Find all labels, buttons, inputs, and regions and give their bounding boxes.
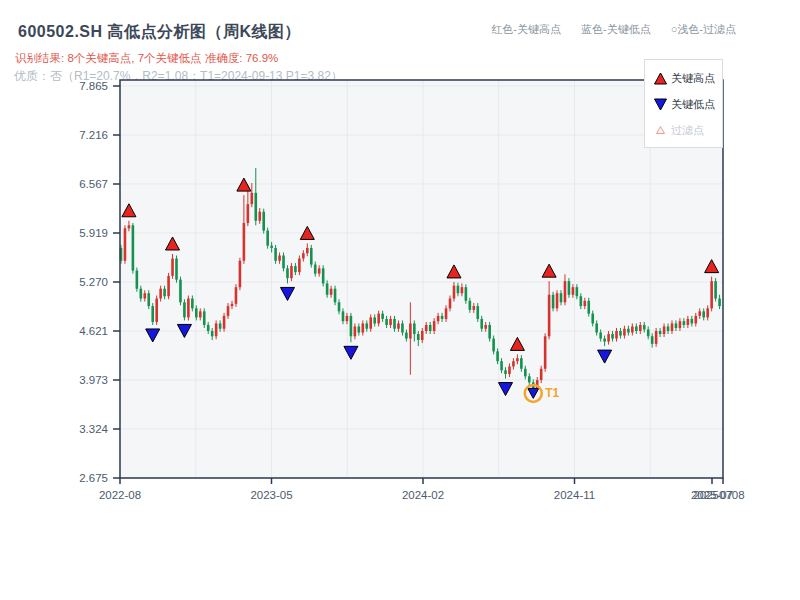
candle-body <box>599 333 602 339</box>
candle-body <box>480 319 483 329</box>
candle-body <box>203 311 206 325</box>
date-axis-label: 2023-05 <box>250 489 292 501</box>
candle-body <box>655 331 658 344</box>
candle-body <box>429 325 432 331</box>
open-triangle-icon <box>651 125 669 135</box>
candle-body <box>572 287 575 295</box>
price-axis-label: 6.567 <box>79 178 108 190</box>
candle-body <box>528 376 531 382</box>
candle-body <box>310 248 313 265</box>
candle-body <box>465 287 468 301</box>
candle-body <box>556 293 559 308</box>
legend-row-filtered: 过滤点 <box>651 117 722 143</box>
candle-body <box>595 323 598 332</box>
candle-body <box>235 287 238 304</box>
candle-body <box>580 296 583 306</box>
candle-body <box>128 225 131 228</box>
legend-row-key-high: 关键高点 <box>651 65 722 91</box>
candle-body <box>544 336 547 368</box>
candle-body <box>132 225 135 270</box>
kline-analysis-page: { "header": { "title": "600502.SH 高低点分析图… <box>0 0 800 600</box>
price-axis-label: 7.865 <box>79 80 108 92</box>
candle-body <box>124 228 127 260</box>
candle-body <box>365 323 368 328</box>
candle-body <box>179 280 182 303</box>
candle-body <box>623 329 626 336</box>
legend-label-key-low: 关键低点 <box>671 97 715 112</box>
candle-body <box>247 204 250 223</box>
candle-body <box>270 246 273 248</box>
legend-row-key-low: 关键低点 <box>651 91 722 117</box>
candle-body <box>231 304 234 306</box>
candle-body <box>397 323 400 328</box>
candle-body <box>322 268 325 283</box>
legend-label-filtered: 过滤点 <box>671 123 704 138</box>
candle-body <box>683 321 686 325</box>
candle-body <box>354 326 357 336</box>
candle-body <box>492 339 495 352</box>
candle-body <box>500 361 503 370</box>
price-axis-label: 3.973 <box>79 374 108 386</box>
candle-body <box>302 253 305 258</box>
price-axis-label: 7.216 <box>79 129 108 141</box>
price-axis-label: 2.675 <box>79 472 108 484</box>
candle-body <box>607 334 610 342</box>
blue-down-triangle-icon <box>651 98 669 111</box>
candle-body <box>151 306 154 322</box>
candle-body <box>136 271 139 289</box>
candle-body <box>239 261 242 287</box>
candle-body <box>266 231 269 246</box>
candle-body <box>687 319 690 325</box>
candle-body <box>140 289 143 299</box>
red-up-triangle-icon <box>651 72 669 85</box>
candle-body <box>472 306 475 310</box>
candle-body <box>504 370 507 374</box>
candle-body <box>167 276 170 296</box>
candle-body <box>314 265 317 274</box>
candle-body <box>183 302 186 317</box>
candle-body <box>278 255 281 260</box>
price-axis-label: 4.621 <box>79 325 108 337</box>
candle-body <box>679 321 682 328</box>
candle-body <box>639 325 642 331</box>
candle-body <box>421 331 424 340</box>
candle-body <box>425 325 428 331</box>
candle-body <box>346 316 349 321</box>
candle-body <box>488 325 491 339</box>
candle-body <box>306 248 309 253</box>
price-axis-label: 3.324 <box>79 423 108 435</box>
candle-body <box>342 311 345 321</box>
candle-body <box>413 323 416 334</box>
candle-body <box>401 323 404 332</box>
candle-body <box>417 334 420 340</box>
candle-body <box>449 299 452 309</box>
candle-body <box>694 316 697 324</box>
candle-body <box>540 369 543 380</box>
candle-body <box>476 306 479 319</box>
candle-body <box>262 212 265 231</box>
candle-body <box>282 255 285 268</box>
candle-body <box>631 326 634 332</box>
candle-body <box>171 259 174 276</box>
candle-body <box>445 308 448 319</box>
candle-body <box>199 311 202 317</box>
legend-label-key-high: 关键高点 <box>671 71 715 86</box>
candle-body <box>286 268 289 278</box>
candle-body <box>524 369 527 377</box>
last-date-label-overlap: 20250708 <box>693 489 744 501</box>
candle-body <box>484 325 487 329</box>
candle-body <box>718 299 721 307</box>
candle-body <box>647 329 650 336</box>
candle-body <box>706 308 709 317</box>
candle-body <box>215 323 218 336</box>
candle-body <box>461 287 464 293</box>
candle-body <box>437 316 440 321</box>
candle-body <box>155 299 158 322</box>
candle-body <box>318 268 321 273</box>
candle-body <box>714 281 717 298</box>
candle-body <box>338 302 341 311</box>
candle-body <box>671 323 674 331</box>
candle-body <box>512 361 515 366</box>
candle-body <box>691 319 694 324</box>
candle-body <box>211 331 214 336</box>
